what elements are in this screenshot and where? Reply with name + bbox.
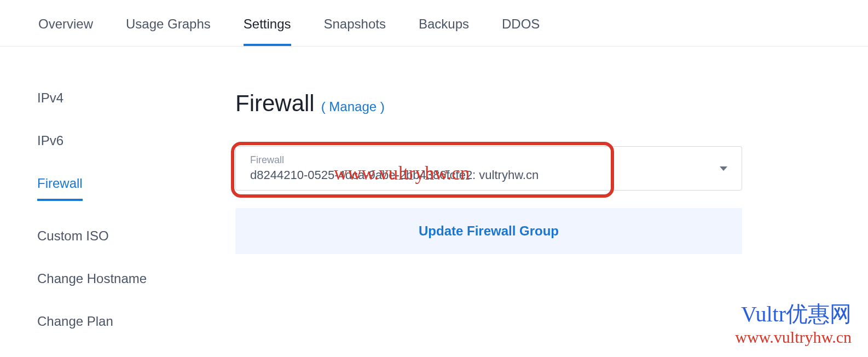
update-firewall-group-button[interactable]: Update Firewall Group (235, 208, 742, 254)
settings-sidebar: IPv4 IPv6 Firewall Custom ISO Change Hos… (0, 90, 235, 329)
page-title: Firewall (235, 90, 315, 117)
watermark-line1: Vultr优惠网 (735, 301, 852, 327)
firewall-group-select[interactable]: Firewall d8244210-0525-4dca-9abe-2bb4386… (235, 146, 742, 191)
sidebar-item-ipv6[interactable]: IPv6 (37, 133, 63, 148)
top-tab-bar: Overview Usage Graphs Settings Snapshots… (0, 0, 868, 47)
page-heading: Firewall ( Manage ) (235, 90, 742, 117)
dropdown-label: Firewall (250, 154, 714, 166)
chevron-down-icon (720, 166, 727, 171)
manage-link[interactable]: ( Manage ) (321, 99, 385, 114)
firewall-dropdown-wrapper: Firewall d8244210-0525-4dca-9abe-2bb4386… (235, 146, 742, 191)
tab-overview[interactable]: Overview (38, 16, 93, 46)
corner-watermark: Vultr优惠网 www.vultryhw.cn (735, 301, 852, 347)
content-panel: Firewall ( Manage ) Firewall d8244210-05… (235, 90, 868, 329)
sidebar-item-ipv4[interactable]: IPv4 (37, 90, 63, 106)
tab-backups[interactable]: Backups (419, 16, 469, 46)
sidebar-item-change-plan[interactable]: Change Plan (37, 314, 113, 329)
tab-usage-graphs[interactable]: Usage Graphs (126, 16, 211, 46)
dropdown-selected-value: d8244210-0525-4dca-9abe-2bb4386fcfe2: vu… (250, 168, 714, 182)
tab-ddos[interactable]: DDOS (502, 16, 540, 46)
main-content-area: IPv4 IPv6 Firewall Custom ISO Change Hos… (0, 47, 868, 329)
tab-settings[interactable]: Settings (244, 16, 291, 46)
sidebar-item-firewall[interactable]: Firewall (37, 176, 83, 201)
sidebar-item-change-hostname[interactable]: Change Hostname (37, 271, 147, 286)
sidebar-item-custom-iso[interactable]: Custom ISO (37, 228, 109, 244)
tab-snapshots[interactable]: Snapshots (324, 16, 386, 46)
watermark-line2: www.vultryhw.cn (735, 327, 852, 347)
